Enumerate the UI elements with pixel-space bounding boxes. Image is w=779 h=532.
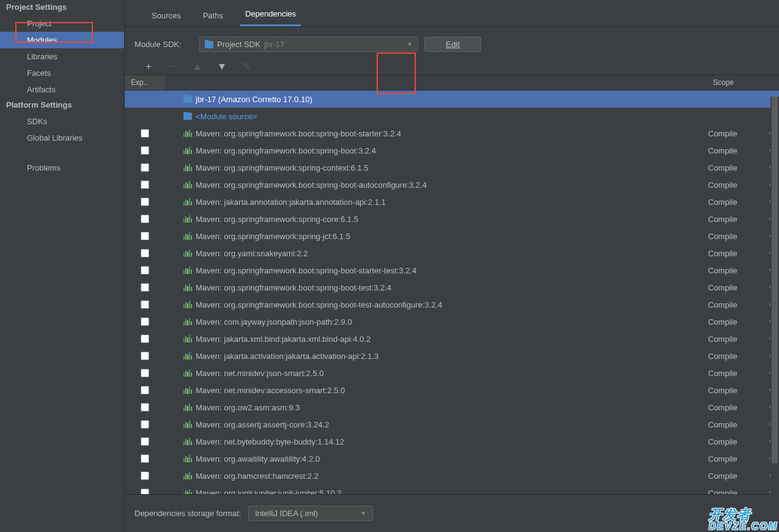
export-checkbox[interactable] bbox=[141, 489, 149, 495]
header-scope[interactable]: Scope bbox=[706, 75, 779, 90]
scope-select[interactable]: Compile▼ bbox=[706, 352, 779, 361]
dependency-row[interactable]: Maven: org.hamcrest:hamcrest:2.2Compile▼ bbox=[125, 467, 779, 484]
export-checkbox[interactable] bbox=[141, 403, 149, 412]
export-checkbox[interactable] bbox=[141, 215, 149, 223]
scope-select[interactable]: Compile▼ bbox=[706, 266, 779, 275]
export-checkbox[interactable] bbox=[141, 232, 149, 240]
scope-select[interactable]: Compile▼ bbox=[706, 317, 779, 327]
scope-select[interactable]: Compile▼ bbox=[706, 437, 779, 446]
dependency-row-sdk[interactable]: jbr-17 (Amazon Corretto 17.0.10) bbox=[125, 91, 779, 108]
edit-pencil-button[interactable]: ✎ bbox=[241, 61, 252, 72]
storage-format-select[interactable]: IntelliJ IDEA (.iml) ▼ bbox=[248, 506, 373, 521]
scope-select[interactable]: Compile▼ bbox=[706, 403, 779, 412]
tab-sources[interactable]: Sources bbox=[147, 7, 186, 26]
export-checkbox[interactable] bbox=[141, 249, 149, 257]
dependency-row[interactable]: Maven: com.jayway.jsonpath:json-path:2.9… bbox=[125, 313, 779, 330]
dependency-row[interactable]: Maven: net.minidev:json-smart:2.5.0Compi… bbox=[125, 364, 779, 382]
dependency-row[interactable]: Maven: jakarta.xml.bind:jakarta.xml.bind… bbox=[125, 330, 779, 347]
export-checkbox[interactable] bbox=[141, 163, 149, 172]
dependency-row[interactable]: Maven: org.springframework.boot:spring-b… bbox=[125, 296, 779, 313]
export-checkbox[interactable] bbox=[141, 369, 149, 377]
scope-select[interactable]: Compile▼ bbox=[706, 420, 779, 429]
scope-select[interactable]: Compile▼ bbox=[706, 369, 779, 378]
dependency-row[interactable]: Maven: jakarta.annotation:jakarta.annota… bbox=[125, 193, 779, 210]
dependency-row[interactable]: Maven: net.minidev:accessors-smart:2.5.0… bbox=[125, 382, 779, 399]
move-down-button[interactable]: ▼ bbox=[216, 61, 227, 72]
tab-paths[interactable]: Paths bbox=[198, 7, 228, 26]
export-checkbox[interactable] bbox=[141, 266, 149, 275]
export-checkbox[interactable] bbox=[141, 471, 149, 480]
module-sdk-select[interactable]: Project SDK jbr-17 ▼ bbox=[199, 37, 418, 52]
library-icon bbox=[183, 335, 192, 342]
export-checkbox[interactable] bbox=[141, 180, 149, 189]
scope-select[interactable]: Compile▼ bbox=[706, 334, 779, 344]
scope-select[interactable]: Compile▼ bbox=[706, 146, 779, 155]
export-checkbox[interactable] bbox=[141, 300, 149, 309]
sidebar-item-sdks[interactable]: SDKs bbox=[0, 113, 124, 130]
dependency-row[interactable]: Maven: org.springframework.boot:spring-b… bbox=[125, 279, 779, 296]
scope-select[interactable]: Compile▼ bbox=[706, 386, 779, 395]
dependency-row[interactable]: Maven: net.bytebuddy:byte-buddy:1.14.12C… bbox=[125, 433, 779, 450]
remove-button[interactable]: − bbox=[168, 61, 179, 72]
dependency-row[interactable]: Maven: org.assertj:assertj-core:3.24.2Co… bbox=[125, 416, 779, 433]
scope-select[interactable]: Compile▼ bbox=[706, 232, 779, 241]
export-checkbox[interactable] bbox=[141, 129, 149, 138]
header-export[interactable]: Exp.. bbox=[125, 75, 165, 90]
export-checkbox[interactable] bbox=[141, 454, 149, 463]
export-checkbox[interactable] bbox=[141, 386, 149, 394]
tab-dependencies[interactable]: Dependencies bbox=[240, 6, 301, 26]
dependency-row-module-source[interactable]: <Module source> bbox=[125, 108, 779, 125]
scope-select[interactable]: Compile▼ bbox=[706, 471, 779, 481]
export-checkbox[interactable] bbox=[141, 420, 149, 429]
scope-select[interactable]: Compile▼ bbox=[706, 454, 779, 464]
dependency-row[interactable]: Maven: org.junit.jupiter:junit-jupiter:5… bbox=[125, 484, 779, 495]
dependency-row[interactable]: Maven: org.awaitility:awaitility:4.2.0Co… bbox=[125, 450, 779, 467]
dependency-row[interactable]: Maven: org.springframework.boot:spring-b… bbox=[125, 262, 779, 279]
dep-name: Maven: org.awaitility:awaitility:4.2.0 bbox=[196, 454, 320, 464]
scope-select[interactable]: Compile▼ bbox=[706, 489, 779, 495]
export-checkbox[interactable] bbox=[141, 352, 149, 360]
scope-select[interactable]: Compile▼ bbox=[706, 198, 779, 207]
scope-select[interactable]: Compile▼ bbox=[706, 300, 779, 309]
scope-value: Compile bbox=[708, 334, 737, 344]
dependency-row[interactable]: Maven: org.springframework:spring-contex… bbox=[125, 159, 779, 176]
dependency-row[interactable]: Maven: org.springframework.boot:spring-b… bbox=[125, 125, 779, 142]
sdk-select-suffix: jbr-17 bbox=[264, 40, 284, 49]
move-up-button[interactable]: ▲ bbox=[192, 61, 203, 72]
scrollbar-thumb[interactable] bbox=[772, 97, 778, 464]
sidebar-item-problems[interactable]: Problems bbox=[0, 160, 124, 176]
dependency-row[interactable]: Maven: jakarta.activation:jakarta.activa… bbox=[125, 347, 779, 364]
scope-select[interactable]: Compile▼ bbox=[706, 180, 779, 190]
dep-name: jbr-17 (Amazon Corretto 17.0.10) bbox=[196, 95, 312, 104]
export-checkbox[interactable] bbox=[141, 283, 149, 292]
add-button[interactable]: + bbox=[143, 61, 154, 72]
export-checkbox[interactable] bbox=[141, 146, 149, 155]
sidebar-item-facets[interactable]: Facets bbox=[0, 65, 124, 81]
scope-value: Compile bbox=[708, 386, 737, 395]
scope-select[interactable]: Compile▼ bbox=[706, 215, 779, 224]
scrollbar[interactable] bbox=[770, 97, 779, 500]
scope-select[interactable]: Compile▼ bbox=[706, 283, 779, 292]
sidebar-item-project[interactable]: Project bbox=[0, 15, 124, 32]
scope-select[interactable]: Compile▼ bbox=[706, 163, 779, 172]
sidebar-item-libraries[interactable]: Libraries bbox=[0, 48, 124, 65]
dependency-row[interactable]: Maven: org.springframework.boot:spring-b… bbox=[125, 176, 779, 193]
scope-select[interactable]: Compile▼ bbox=[706, 249, 779, 258]
edit-sdk-button[interactable]: Edit bbox=[424, 37, 481, 52]
scope-select[interactable]: Compile▼ bbox=[706, 129, 779, 138]
export-checkbox[interactable] bbox=[141, 334, 149, 343]
sidebar-item-modules[interactable]: Modules bbox=[0, 32, 124, 48]
dependency-row[interactable]: Maven: org.springframework.boot:spring-b… bbox=[125, 142, 779, 159]
dependency-row[interactable]: Maven: org.ow2.asm:asm:9.3Compile▼ bbox=[125, 399, 779, 416]
dependency-row[interactable]: Maven: org.yaml:snakeyaml:2.2Compile▼ bbox=[125, 245, 779, 262]
dep-name: Maven: net.minidev:accessors-smart:2.5.0 bbox=[196, 386, 345, 395]
export-checkbox[interactable] bbox=[141, 198, 149, 206]
library-icon bbox=[183, 369, 192, 377]
export-checkbox[interactable] bbox=[141, 437, 149, 446]
dependency-list[interactable]: jbr-17 (Amazon Corretto 17.0.10) <Module… bbox=[125, 91, 779, 495]
dependency-row[interactable]: Maven: org.springframework:spring-core:6… bbox=[125, 210, 779, 227]
dependency-row[interactable]: Maven: org.springframework:spring-jcl:6.… bbox=[125, 227, 779, 245]
export-checkbox[interactable] bbox=[141, 317, 149, 326]
sidebar-item-artifacts[interactable]: Artifacts bbox=[0, 81, 124, 98]
sidebar-item-global-libraries[interactable]: Global Libraries bbox=[0, 130, 124, 146]
